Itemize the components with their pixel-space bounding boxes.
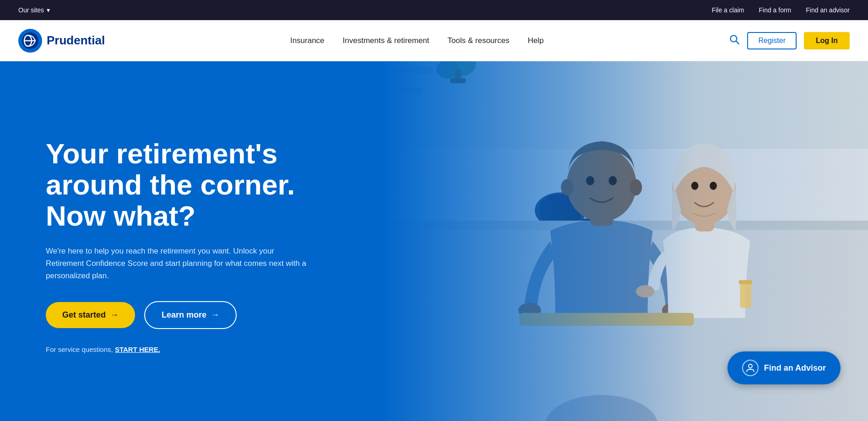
top-bar: Our sites ▾ File a claim Find a form Fin… [0, 0, 868, 20]
file-claim-link[interactable]: File a claim [712, 6, 744, 14]
nav-actions: Register Log In [729, 32, 850, 49]
hero-content: Your retirement's around the corner. Now… [0, 61, 357, 421]
get-started-arrow: → [110, 310, 119, 320]
logo-text: Prudential [47, 33, 105, 48]
svg-point-35 [749, 364, 752, 368]
hero-title-line2: around the corner. [46, 169, 295, 200]
login-button[interactable]: Log In [804, 32, 850, 49]
learn-more-label: Learn more [162, 310, 206, 320]
nav-insurance[interactable]: Insurance [290, 36, 325, 45]
top-bar-links: File a claim Find a form Find an advisor [712, 6, 850, 14]
nav-help[interactable]: Help [528, 36, 544, 45]
find-advisor-label: Find an Advisor [764, 363, 826, 373]
hero-service-text: For service questions, START HERE. [46, 345, 311, 353]
chevron-down-icon: ▾ [47, 6, 50, 14]
main-navigation: Prudential Insurance Investments & retir… [0, 20, 868, 61]
get-started-label: Get started [62, 310, 106, 320]
nav-investments[interactable]: Investments & retirement [343, 36, 429, 45]
find-form-link[interactable]: Find a form [759, 6, 791, 14]
our-sites-label: Our sites [18, 6, 44, 14]
learn-more-button[interactable]: Learn more → [144, 301, 237, 329]
svg-line-4 [736, 41, 739, 44]
our-sites-button[interactable]: Our sites ▾ [18, 6, 50, 14]
hero-title-line1: Your retirement's [46, 138, 277, 169]
start-here-link[interactable]: START HERE. [115, 345, 160, 353]
hero-title-line3: Now what? [46, 200, 195, 232]
learn-more-arrow: → [211, 310, 219, 320]
nav-links: Insurance Investments & retirement Tools… [290, 36, 544, 45]
prudential-logo-svg [22, 32, 39, 49]
hero-title: Your retirement's around the corner. Now… [46, 138, 311, 232]
hero-section: Your retirement's around the corner. Now… [0, 61, 868, 421]
hero-subtitle: We're here to help you reach the retirem… [46, 245, 311, 282]
nav-tools[interactable]: Tools & resources [448, 36, 510, 45]
logo-icon [18, 29, 42, 53]
search-icon[interactable] [729, 34, 740, 48]
hero-buttons: Get started → Learn more → [46, 301, 311, 329]
get-started-button[interactable]: Get started → [46, 302, 135, 328]
find-advisor-button[interactable]: Find an Advisor [727, 351, 841, 384]
logo[interactable]: Prudential [18, 29, 105, 53]
register-button[interactable]: Register [747, 32, 797, 49]
find-advisor-top-link[interactable]: Find an advisor [806, 6, 850, 14]
advisor-person-icon [742, 360, 759, 376]
person-icon-svg [746, 363, 755, 372]
